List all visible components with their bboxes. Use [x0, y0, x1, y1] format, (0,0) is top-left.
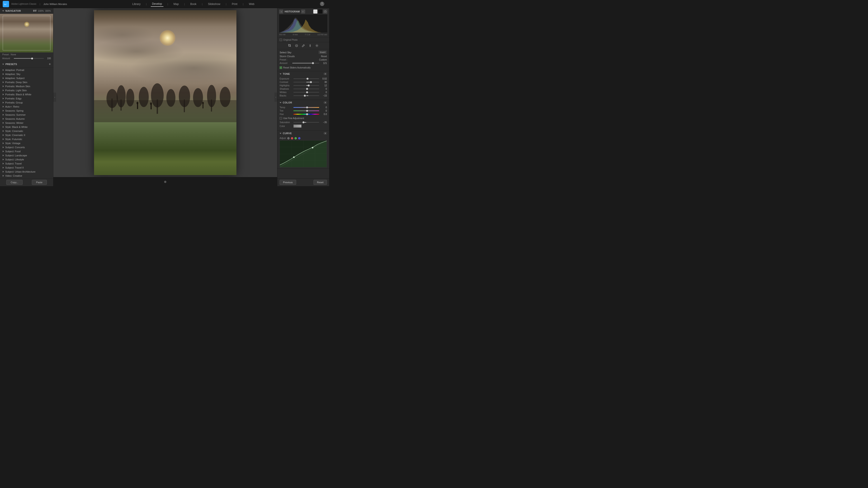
- temp-label: Temp: [280, 106, 292, 109]
- preset-group-subject-travel-ii[interactable]: Subject: Travel II: [0, 166, 53, 170]
- preset-group-arrow: [3, 69, 4, 71]
- preset-group-seasons-winter[interactable]: Seasons: Winter: [0, 121, 53, 125]
- presets-header[interactable]: Presets +: [0, 61, 53, 68]
- nav-library[interactable]: Library: [131, 2, 142, 6]
- highlights-thumb[interactable]: [308, 85, 310, 87]
- zoom-100[interactable]: 100%: [38, 10, 44, 12]
- preset-group-arrow: [3, 118, 4, 120]
- collapse-right-panel-button[interactable]: ›: [274, 93, 277, 102]
- hue-thumb[interactable]: [306, 113, 308, 115]
- preset-group-portraits-deep-skin[interactable]: Portraits: Deep Skin: [0, 80, 53, 84]
- saturation-thumb[interactable]: [303, 121, 305, 123]
- preset-group-subject-lifestyle[interactable]: Subject: Lifestyle: [0, 158, 53, 162]
- nav-slideshow[interactable]: Slideshow: [207, 2, 222, 6]
- preset-group-portraits-bw[interactable]: Portraits: Black & White: [0, 92, 53, 96]
- preset-group-arrow: [3, 102, 4, 103]
- black-level-icon[interactable]: [318, 9, 322, 13]
- preset-group-style-futuristic[interactable]: Style: Futuristic: [0, 137, 53, 141]
- nav-book[interactable]: Book: [189, 2, 198, 6]
- camera-info-icon[interactable]: [323, 9, 327, 13]
- preset-group-adaptive-subject[interactable]: Adaptive: Subject: [0, 76, 53, 80]
- histogram-clip-highlights-button[interactable]: ▶: [301, 9, 305, 13]
- preset-group-style-cinematic-ii[interactable]: Style: Cinematic II: [0, 133, 53, 137]
- settings-tool-button[interactable]: [314, 43, 319, 48]
- copy-button[interactable]: Copy...: [6, 180, 23, 185]
- sky-amount-thumb[interactable]: [312, 62, 314, 64]
- preset-group-adaptive-sky[interactable]: Adaptive: Sky: [0, 72, 53, 76]
- crop-tool-button[interactable]: [287, 43, 292, 48]
- color-header[interactable]: Color: [277, 100, 329, 105]
- preset-group-style-cinematic[interactable]: Style: Cinematic: [0, 129, 53, 133]
- preset-group-portraits-medium-skin[interactable]: Portraits: Medium Skin: [0, 84, 53, 88]
- tone-header[interactable]: Tone: [277, 71, 329, 76]
- preset-group-style-bw[interactable]: Style: Black & White: [0, 125, 53, 129]
- preset-group-subject-travel[interactable]: Subject: Travel: [0, 162, 53, 166]
- tint-track: [293, 110, 319, 111]
- spot-removal-button[interactable]: [294, 43, 299, 48]
- storm-reset-button[interactable]: Reset: [321, 55, 327, 58]
- paste-button[interactable]: Paste: [32, 180, 47, 185]
- blacks-thumb[interactable]: [304, 95, 306, 97]
- shadows-track: [293, 89, 319, 89]
- histogram-clip-shadows-button[interactable]: ◀: [279, 9, 283, 13]
- color-eye-icon[interactable]: [324, 101, 327, 104]
- curve-header[interactable]: Curve: [277, 131, 329, 136]
- exposure-value: 0.02: [320, 77, 327, 80]
- preset-group-seasons-summer[interactable]: Seasons: Summer: [0, 113, 53, 117]
- shadows-thumb[interactable]: [306, 88, 308, 90]
- presets-section: Presets + Adaptive: Portrait Adaptive: S…: [0, 61, 53, 178]
- gradient-tool-button[interactable]: [308, 43, 313, 48]
- preset-group-adaptive-portrait[interactable]: Adaptive: Portrait: [0, 68, 53, 72]
- amount-thumb[interactable]: [31, 58, 33, 59]
- preset-group-portraits-group[interactable]: Portraits: Group: [0, 101, 53, 105]
- preset-group-subject-landscape[interactable]: Subject: Landscape: [0, 153, 53, 158]
- nav-map[interactable]: Map: [172, 2, 180, 6]
- brush-tool-button[interactable]: [301, 43, 306, 48]
- preset-group-subject-concerts[interactable]: Subject: Concerts: [0, 145, 53, 149]
- curve-eye-icon[interactable]: [324, 132, 327, 134]
- preset-group-auto-retro[interactable]: Auto+: Retro: [0, 105, 53, 109]
- previous-button[interactable]: Previous: [280, 180, 296, 185]
- add-preset-button[interactable]: +: [49, 62, 51, 66]
- preset-group-subject-urban[interactable]: Subject: Urban Architecture: [0, 170, 53, 174]
- preset-group-video-creative[interactable]: Video: Creative: [0, 174, 53, 178]
- temp-thumb[interactable]: [306, 106, 308, 108]
- contrast-thumb[interactable]: [310, 81, 312, 83]
- preset-group-seasons-autumn[interactable]: Seasons: Autumn: [0, 117, 53, 121]
- reset-button[interactable]: Reset: [313, 180, 327, 185]
- reset-sliders-checkbox[interactable]: ✓: [280, 66, 282, 69]
- nav-web[interactable]: Web: [248, 2, 256, 6]
- whites-thumb[interactable]: [306, 91, 308, 93]
- preset-group-portraits-edgy[interactable]: Portraits: Edgy: [0, 96, 53, 101]
- top-bar: Lr Adobe Lightroom Classic | John Willia…: [0, 0, 329, 8]
- highlights-row: Highlights 12: [280, 84, 327, 87]
- tint-thumb[interactable]: [306, 110, 308, 112]
- tone-eye-icon[interactable]: [324, 73, 327, 75]
- invert-button[interactable]: Invert: [318, 51, 327, 54]
- curve-rgb-button[interactable]: [287, 137, 289, 139]
- histogram-icons: [313, 9, 327, 13]
- navigator-toggle-icon: [2, 10, 4, 11]
- fine-adjust-checkbox[interactable]: [280, 117, 282, 120]
- zoom-200[interactable]: 300%: [45, 10, 51, 12]
- curve-red-button[interactable]: [291, 137, 293, 139]
- preset-group-subject-food[interactable]: Subject: Food: [0, 149, 53, 153]
- white-level-icon[interactable]: [313, 9, 317, 13]
- nav-print[interactable]: Print: [230, 2, 239, 6]
- zoom-fit[interactable]: FIT: [33, 10, 37, 12]
- navigator-header[interactable]: Navigator FIT 100% 300%: [0, 8, 53, 14]
- preset-group-seasons-spring[interactable]: Seasons: Spring: [0, 109, 53, 113]
- exposure-thumb[interactable]: [307, 78, 309, 80]
- color-swatch-label: Color: [280, 125, 292, 127]
- svg-point-5: [106, 89, 118, 108]
- original-photo-checkbox[interactable]: [280, 39, 282, 41]
- preset-group-portraits-light-skin[interactable]: Portraits: Light Skin: [0, 88, 53, 92]
- curve-blue-button[interactable]: [298, 137, 301, 139]
- curve-green-button[interactable]: [294, 137, 297, 139]
- color-swatch[interactable]: [293, 125, 302, 128]
- preset-group-style-vintage[interactable]: Style: Vintage: [0, 141, 53, 145]
- navigator-thumbnail: [0, 14, 53, 53]
- whites-value: 0: [320, 91, 327, 94]
- color-swatch-row: Color: [280, 125, 327, 128]
- nav-develop[interactable]: Develop: [151, 1, 163, 7]
